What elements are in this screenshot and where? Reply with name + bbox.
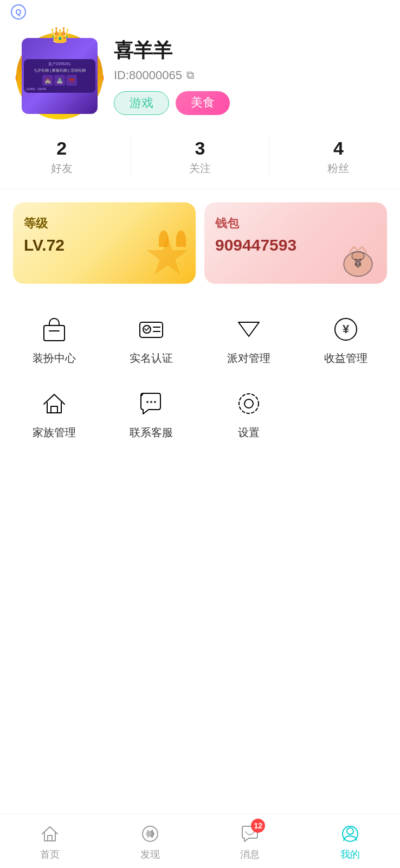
nav-profile[interactable]: 我的 [300, 822, 401, 861]
stat-fans[interactable]: 4 粉丝 [327, 138, 349, 176]
stat-following[interactable]: 3 关注 [189, 138, 211, 176]
message-nav-icon: 12 [238, 822, 262, 846]
tag-game[interactable]: 游戏 [114, 91, 169, 115]
shop-icon [38, 313, 70, 346]
compass-nav-icon [138, 822, 162, 846]
message-badge: 12 [251, 819, 265, 833]
settings-label: 设置 [238, 425, 260, 440]
divider2 [269, 138, 269, 176]
discover-nav-label: 发现 [140, 848, 160, 861]
menu-party[interactable]: 派对管理 [200, 302, 298, 376]
home-nav-icon [38, 822, 62, 846]
settings-icon [233, 387, 265, 420]
crown-icon: 👑 [50, 26, 69, 44]
svg-point-16 [244, 399, 253, 408]
menu-empty [298, 376, 395, 451]
status-bar: Q [0, 0, 400, 24]
svg-point-14 [150, 401, 152, 403]
divider1 [131, 138, 131, 176]
income-label: 收益管理 [324, 351, 367, 366]
username: 喜羊羊 [114, 37, 384, 64]
stats-row: 2 好友 3 关注 4 粉丝 [0, 125, 400, 189]
svg-text:¥: ¥ [343, 322, 350, 336]
profile-info: 喜羊羊 ID:80000065 ⧉ 游戏 美食 [114, 37, 384, 115]
menu-family[interactable]: 家族管理 [5, 376, 103, 451]
messages-nav-label: 消息 [240, 848, 260, 861]
home-nav-label: 首页 [40, 848, 60, 861]
svg-text:¥: ¥ [355, 257, 362, 269]
nav-discover[interactable]: 发现 [100, 822, 201, 861]
app-icon: Q [11, 4, 26, 20]
money-bag-icon: ¥ [338, 238, 378, 278]
tags-row: 游戏 美食 [114, 91, 384, 115]
cards-row: 等级 LV.72 钱包 909447593 [0, 189, 400, 297]
tag-food[interactable]: 美食 [176, 91, 230, 115]
menu-income[interactable]: ¥ 收益管理 [298, 302, 395, 376]
bottom-nav: 首页 发现 12 消息 我的 [0, 814, 400, 868]
party-label: 派对管理 [227, 351, 270, 366]
level-card[interactable]: 等级 LV.72 [13, 202, 196, 284]
support-label: 联系客服 [130, 425, 173, 440]
profile-section: 👑 🔥 🔥 蓝户2055291 七夕礼物 | 家族礼物 | 活动礼物 🏰 🏯 ⛩… [0, 24, 400, 125]
menu-row2: 家族管理 联系客服 设置 [0, 376, 400, 451]
wardrobe-label: 装扮中心 [33, 351, 76, 366]
profile-nav-label: 我的 [340, 848, 360, 861]
svg-point-15 [154, 401, 156, 403]
wallet-card[interactable]: 钱包 909447593 ¥ [204, 202, 387, 284]
friends-label: 好友 [51, 161, 73, 176]
star-icon [146, 235, 189, 278]
menu-support[interactable]: 联系客服 [103, 376, 201, 451]
profile-nav-icon [338, 822, 362, 846]
nav-messages[interactable]: 12 消息 [200, 822, 300, 861]
id-card-icon [135, 313, 167, 346]
stat-friends[interactable]: 2 好友 [51, 138, 73, 176]
svg-point-17 [239, 394, 259, 413]
wallet-card-label: 钱包 [215, 215, 376, 232]
following-label: 关注 [189, 161, 211, 176]
menu-wardrobe[interactable]: 装扮中心 [5, 302, 103, 376]
house-icon [38, 387, 70, 420]
realname-label: 实名认证 [130, 351, 173, 366]
svg-point-13 [146, 401, 149, 403]
triangle-down-icon [233, 313, 265, 346]
svg-rect-3 [44, 326, 64, 341]
yen-circle-icon: ¥ [330, 313, 362, 346]
avatar-card: 蓝户2055291 七夕礼物 | 家族礼物 | 活动礼物 🏰 🏯 ⛩️ 1200… [22, 38, 98, 114]
chat-icon [135, 387, 167, 420]
svg-point-23 [347, 828, 353, 834]
svg-rect-12 [51, 406, 57, 413]
family-label: 家族管理 [33, 425, 76, 440]
nav-home[interactable]: 首页 [0, 822, 100, 861]
avatar[interactable]: 👑 🔥 🔥 蓝户2055291 七夕礼物 | 家族礼物 | 活动礼物 🏰 🏯 ⛩… [16, 33, 103, 119]
level-card-label: 等级 [24, 215, 185, 232]
menu-realname[interactable]: 实名认证 [103, 302, 201, 376]
copy-icon[interactable]: ⧉ [186, 69, 194, 81]
menu-settings[interactable]: 设置 [200, 376, 298, 451]
fans-label: 粉丝 [327, 161, 349, 176]
following-count: 3 [189, 138, 211, 159]
friends-count: 2 [51, 138, 73, 159]
svg-rect-18 [48, 835, 52, 841]
fans-count: 4 [327, 138, 349, 159]
svg-marker-9 [238, 322, 259, 336]
user-id: ID:80000065 [114, 68, 182, 82]
user-id-row: ID:80000065 ⧉ [114, 68, 384, 82]
menu-row1: 装扮中心 实名认证 派对管理 [0, 297, 400, 376]
